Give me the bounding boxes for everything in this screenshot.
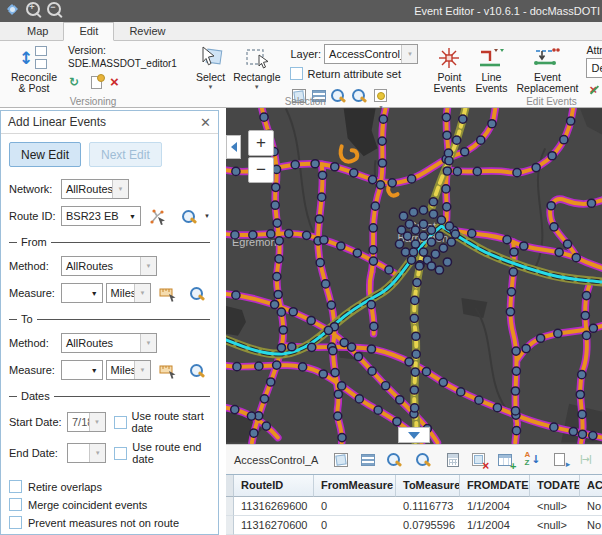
identify-icon[interactable] [554, 453, 565, 466]
cell[interactable]: 0.1116773 [396, 497, 460, 516]
column-header[interactable]: ToMeasure [396, 475, 460, 497]
zoom-to-route-icon[interactable] [181, 208, 199, 225]
map-zoom-in-button[interactable]: + [248, 130, 274, 156]
attribute-set-select[interactable]: Default ▼ [586, 58, 602, 78]
row-selector[interactable] [226, 475, 234, 497]
new-edit-button[interactable]: New Edit [9, 142, 81, 167]
to-units-select[interactable]: Miles ▼ [106, 360, 151, 380]
ribbon: ↕ Reconcile & Post Version: SDE.MASSDOT_… [0, 41, 602, 108]
new-version-icon[interactable] [91, 76, 102, 89]
cell[interactable]: 0 [314, 516, 396, 535]
to-method-select[interactable]: AllRoutes ▼ [61, 333, 157, 353]
add-record-icon[interactable] [498, 454, 512, 466]
edit-events-group-label: Edit Events [424, 96, 602, 107]
column-header[interactable]: ACCESS [580, 475, 602, 497]
chevron-down-icon[interactable]: ▼ [204, 213, 210, 219]
attribute-set-label: Attribute Set: [586, 44, 602, 57]
cell[interactable]: No [580, 497, 602, 516]
tab-map[interactable]: Map [12, 23, 63, 40]
from-units-select[interactable]: Miles ▼ [106, 283, 151, 303]
table-layer-name: AccessControl_A [234, 454, 318, 466]
row-selector[interactable] [226, 497, 234, 516]
merge-coincident-events-checkbox[interactable] [9, 498, 22, 511]
return-attribute-set-checkbox[interactable] [290, 67, 303, 80]
selection-list-icon[interactable] [361, 454, 375, 466]
cell[interactable]: <null> [530, 497, 580, 516]
end-date-select[interactable]: ▼ [67, 443, 106, 463]
cell[interactable]: 1/1/2004 [460, 516, 530, 535]
expand-table-button[interactable] [398, 427, 430, 443]
chevron-down-icon: ▼ [140, 334, 156, 352]
from-method-select[interactable]: AllRoutes ▼ [61, 256, 157, 276]
cell[interactable]: 0.0795596 [396, 516, 460, 535]
retire-overlaps-checkbox[interactable] [9, 480, 22, 493]
column-header[interactable]: FromMeasure [314, 475, 396, 497]
zoom-out-icon[interactable]: − [46, 1, 63, 18]
rectangle-tool-icon [244, 45, 270, 71]
chevron-down-icon[interactable]: ▼ [125, 213, 140, 220]
chevron-down-icon: ▼ [112, 180, 128, 198]
zoom-next-selected-icon[interactable] [415, 451, 433, 469]
select-polygon-icon[interactable] [334, 453, 348, 467]
network-select[interactable]: AllRoutes ▼ [61, 179, 129, 199]
tab-review[interactable]: Review [114, 23, 180, 40]
use-route-start-date-checkbox[interactable] [114, 416, 127, 429]
calculator-icon[interactable] [447, 453, 459, 467]
layer-select[interactable]: AccessControl_A ▼ [324, 44, 418, 64]
prevent-measures-checkbox[interactable] [9, 516, 22, 529]
line-events-button[interactable]: Line Events [471, 44, 511, 95]
chevron-down-icon[interactable]: ▼ [87, 290, 102, 297]
cell[interactable]: <null> [530, 516, 580, 535]
pan-icon[interactable] [4, 1, 21, 18]
close-icon[interactable]: ✕ [200, 116, 211, 129]
zoom-to-to-measure-icon[interactable] [189, 362, 207, 379]
tab-edit[interactable]: Edit [63, 22, 114, 41]
use-route-end-date-label: Use route end date [132, 441, 210, 465]
column-header[interactable]: FROMDATE [460, 475, 530, 497]
zoom-selected-icon[interactable] [386, 451, 404, 469]
select-route-on-map-icon[interactable] [149, 208, 167, 225]
delete-version-icon[interactable] [107, 74, 125, 92]
chevron-down-icon[interactable]: ▼ [401, 45, 417, 63]
clear-selection-icon[interactable] [472, 453, 485, 466]
column-header[interactable]: RouteID [234, 475, 314, 497]
cell[interactable]: 11316269600 [234, 497, 314, 516]
from-measure-combo[interactable]: ▼ [61, 283, 103, 303]
reconcile-refresh-icon[interactable] [68, 74, 86, 92]
map-zoom-out-button[interactable]: − [248, 157, 274, 183]
to-method-label: Method: [9, 337, 61, 349]
cell[interactable]: 0 [314, 497, 396, 516]
select-measure-on-map-icon[interactable] [159, 362, 177, 379]
merge-coincident-events-label: Merge coincident events [28, 499, 147, 511]
from-measure-label: Measure: [9, 287, 61, 299]
chevron-down-icon[interactable]: ▼ [87, 367, 102, 374]
column-header[interactable]: TODATE [530, 475, 580, 497]
to-measure-combo[interactable]: ▼ [61, 360, 103, 380]
map-view[interactable]: + − EgremontGreatBarrington [226, 108, 602, 444]
use-route-start-date-label: Use route start date [132, 410, 210, 434]
sort-icon[interactable]: ↓ [523, 451, 541, 469]
collapse-panel-button[interactable] [226, 135, 241, 159]
reconcile-post-button[interactable]: ↕ Reconcile & Post [5, 44, 63, 95]
zoom-in-icon[interactable]: + [25, 1, 42, 18]
row-selector[interactable] [226, 516, 234, 535]
rectangle-tool-button[interactable]: Rectangle ▼ [230, 44, 283, 91]
use-route-end-date-checkbox[interactable] [114, 447, 127, 460]
select-tool-button[interactable]: Select ▼ [193, 44, 228, 91]
cell[interactable]: No [580, 516, 602, 535]
point-events-button[interactable]: Point Events [429, 44, 469, 95]
start-date-select[interactable]: 7/18/ ▼ [67, 412, 106, 432]
measure-split-icon[interactable] [576, 451, 594, 469]
chevron-left-icon [226, 142, 237, 152]
version-label: Version: [68, 44, 182, 57]
cell[interactable]: 1/1/2004 [460, 497, 530, 516]
attribute-table-toolbar: AccessControl_A ↓ Save [226, 444, 602, 474]
point-events-icon [436, 45, 462, 71]
prevent-measures-label: Prevent measures not on route [28, 517, 179, 529]
route-id-combo[interactable]: BSR23 EB ▼ [61, 206, 141, 226]
from-method-label: Method: [9, 260, 61, 272]
cell[interactable]: 11316270600 [234, 516, 314, 535]
event-replacement-button[interactable]: Event Replacement [513, 44, 581, 95]
select-measure-on-map-icon[interactable] [159, 285, 177, 302]
zoom-to-from-measure-icon[interactable] [189, 285, 207, 302]
